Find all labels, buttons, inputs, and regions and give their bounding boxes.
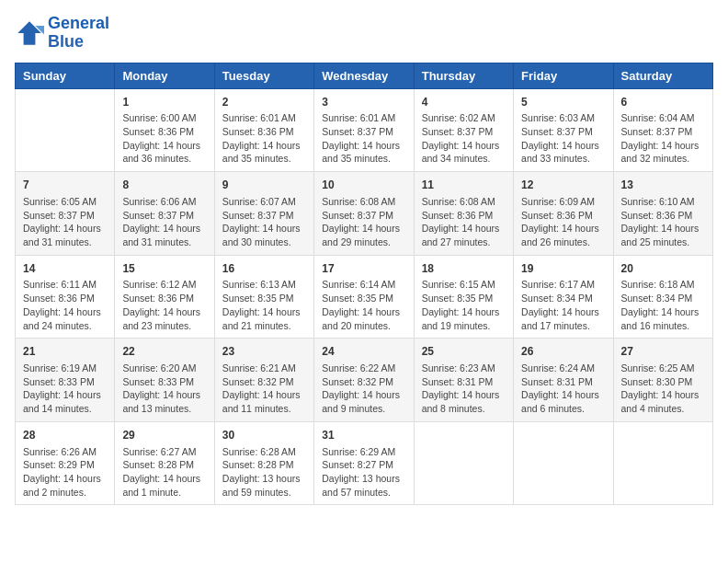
day-info-line: Sunset: 8:37 PM bbox=[222, 209, 306, 223]
day-cell: 22Sunrise: 6:20 AMSunset: 8:33 PMDayligh… bbox=[115, 339, 214, 422]
svg-marker-0 bbox=[17, 21, 41, 45]
day-cell: 1Sunrise: 6:00 AMSunset: 8:36 PMDaylight… bbox=[115, 88, 214, 172]
day-info-line: Sunset: 8:36 PM bbox=[122, 125, 206, 139]
day-info-line: Sunset: 8:36 PM bbox=[23, 292, 107, 305]
day-info-line: Sunset: 8:32 PM bbox=[222, 375, 306, 389]
day-info-line: Sunset: 8:31 PM bbox=[521, 375, 605, 389]
day-cell: 21Sunrise: 6:19 AMSunset: 8:33 PMDayligh… bbox=[16, 339, 115, 422]
day-cell: 24Sunrise: 6:22 AMSunset: 8:32 PMDayligh… bbox=[314, 339, 414, 422]
day-cell: 15Sunrise: 6:12 AMSunset: 8:36 PMDayligh… bbox=[115, 255, 214, 339]
day-info-line: Sunrise: 6:10 AM bbox=[621, 195, 705, 209]
day-info-line: Sunrise: 6:13 AM bbox=[222, 278, 306, 292]
day-info-line: Sunrise: 6:08 AM bbox=[422, 195, 506, 209]
day-info-line: and 59 minutes. bbox=[222, 486, 306, 500]
day-info-line: and 2 minutes. bbox=[23, 486, 107, 500]
day-cell: 30Sunrise: 6:28 AMSunset: 8:28 PMDayligh… bbox=[214, 421, 313, 505]
day-info-line: and 20 minutes. bbox=[322, 319, 405, 333]
header-cell-friday: Friday bbox=[514, 63, 613, 88]
day-info-line: Daylight: 14 hours bbox=[422, 388, 506, 402]
day-info-line: Sunrise: 6:22 AM bbox=[322, 362, 405, 375]
logo-text: General Blue bbox=[48, 15, 109, 52]
day-number: 6 bbox=[621, 95, 705, 110]
day-info-line: Daylight: 14 hours bbox=[222, 222, 306, 236]
day-number: 8 bbox=[122, 178, 206, 193]
header-cell-monday: Monday bbox=[115, 63, 214, 88]
day-info-line: and 30 minutes. bbox=[222, 236, 306, 249]
day-number: 20 bbox=[621, 261, 705, 277]
day-info-line: Daylight: 14 hours bbox=[23, 388, 107, 402]
day-info-line: Sunrise: 6:21 AM bbox=[222, 362, 306, 375]
day-info-line: Daylight: 14 hours bbox=[621, 388, 705, 402]
day-info-line: Daylight: 14 hours bbox=[23, 222, 107, 236]
day-number: 21 bbox=[23, 344, 107, 360]
day-info-line: Sunrise: 6:00 AM bbox=[122, 111, 206, 125]
day-info-line: Sunrise: 6:17 AM bbox=[521, 278, 605, 292]
day-info-line: and 35 minutes. bbox=[322, 152, 405, 166]
day-cell: 8Sunrise: 6:06 AMSunset: 8:37 PMDaylight… bbox=[115, 172, 214, 256]
day-info-line: and 24 minutes. bbox=[23, 319, 107, 333]
day-info-line: Daylight: 14 hours bbox=[122, 222, 206, 236]
day-number: 1 bbox=[122, 95, 206, 110]
day-info-line: Sunrise: 6:07 AM bbox=[222, 195, 306, 209]
day-info-line: Sunrise: 6:04 AM bbox=[621, 111, 705, 125]
day-number: 9 bbox=[222, 178, 306, 193]
day-info-line: Daylight: 14 hours bbox=[621, 222, 705, 236]
day-info-line: Daylight: 14 hours bbox=[23, 472, 107, 486]
day-info-line: Daylight: 13 hours bbox=[322, 472, 405, 486]
day-info-line: Sunrise: 6:02 AM bbox=[422, 111, 506, 125]
day-info-line: and 4 minutes. bbox=[621, 402, 705, 416]
day-info-line: Sunrise: 6:18 AM bbox=[621, 278, 705, 292]
day-cell: 12Sunrise: 6:09 AMSunset: 8:36 PMDayligh… bbox=[514, 172, 613, 256]
calendar-body: 1Sunrise: 6:00 AMSunset: 8:36 PMDaylight… bbox=[16, 88, 713, 505]
day-cell: 9Sunrise: 6:07 AMSunset: 8:37 PMDaylight… bbox=[214, 172, 313, 256]
day-info-line: and 34 minutes. bbox=[422, 152, 506, 166]
day-info-line: Sunset: 8:37 PM bbox=[621, 125, 705, 139]
day-info-line: Sunset: 8:35 PM bbox=[422, 292, 506, 305]
day-info-line: Sunset: 8:29 PM bbox=[23, 458, 107, 472]
header-row: SundayMondayTuesdayWednesdayThursdayFrid… bbox=[16, 63, 713, 88]
day-cell: 13Sunrise: 6:10 AMSunset: 8:36 PMDayligh… bbox=[613, 172, 712, 256]
day-info-line: and 25 minutes. bbox=[621, 236, 705, 249]
day-number: 13 bbox=[621, 178, 705, 193]
day-info-line: and 35 minutes. bbox=[222, 152, 306, 166]
day-number: 11 bbox=[422, 178, 506, 193]
day-info-line: Daylight: 14 hours bbox=[621, 139, 705, 153]
day-cell: 10Sunrise: 6:08 AMSunset: 8:37 PMDayligh… bbox=[314, 172, 414, 256]
day-info-line: Daylight: 14 hours bbox=[122, 472, 206, 486]
day-info-line: Sunset: 8:31 PM bbox=[422, 375, 506, 389]
day-number: 18 bbox=[422, 261, 506, 277]
day-cell: 23Sunrise: 6:21 AMSunset: 8:32 PMDayligh… bbox=[214, 339, 313, 422]
day-number: 29 bbox=[122, 428, 206, 443]
day-number: 22 bbox=[122, 344, 206, 360]
day-info-line: Sunrise: 6:20 AM bbox=[122, 362, 206, 375]
day-cell: 11Sunrise: 6:08 AMSunset: 8:36 PMDayligh… bbox=[414, 172, 513, 256]
day-cell: 18Sunrise: 6:15 AMSunset: 8:35 PMDayligh… bbox=[414, 255, 513, 339]
day-number: 30 bbox=[222, 428, 306, 443]
day-info-line: Sunset: 8:28 PM bbox=[122, 458, 206, 472]
day-info-line: and 31 minutes. bbox=[122, 236, 206, 249]
day-cell: 28Sunrise: 6:26 AMSunset: 8:29 PMDayligh… bbox=[16, 421, 115, 505]
day-number: 15 bbox=[122, 261, 206, 277]
day-info-line: and 36 minutes. bbox=[122, 152, 206, 166]
day-info-line: Sunrise: 6:08 AM bbox=[322, 195, 405, 209]
day-info-line: Daylight: 14 hours bbox=[23, 305, 107, 319]
day-info-line: Daylight: 14 hours bbox=[621, 305, 705, 319]
day-info-line: Sunset: 8:37 PM bbox=[322, 125, 405, 139]
calendar-header: SundayMondayTuesdayWednesdayThursdayFrid… bbox=[16, 63, 713, 88]
day-cell: 31Sunrise: 6:29 AMSunset: 8:27 PMDayligh… bbox=[314, 421, 414, 505]
day-info-line: Sunset: 8:36 PM bbox=[222, 125, 306, 139]
day-info-line: Sunrise: 6:24 AM bbox=[521, 362, 605, 375]
day-info-line: and 8 minutes. bbox=[422, 402, 506, 416]
day-info-line: and 32 minutes. bbox=[621, 152, 705, 166]
day-info-line: Sunset: 8:33 PM bbox=[122, 375, 206, 389]
day-number: 17 bbox=[322, 261, 405, 277]
calendar-table: SundayMondayTuesdayWednesdayThursdayFrid… bbox=[15, 63, 713, 506]
day-info-line: Daylight: 14 hours bbox=[322, 222, 405, 236]
day-number: 12 bbox=[521, 178, 605, 193]
day-info-line: Daylight: 14 hours bbox=[422, 139, 506, 153]
day-info-line: and 27 minutes. bbox=[422, 236, 506, 249]
day-number: 10 bbox=[322, 178, 405, 193]
day-info-line: and 31 minutes. bbox=[23, 236, 107, 249]
day-cell: 7Sunrise: 6:05 AMSunset: 8:37 PMDaylight… bbox=[16, 172, 115, 256]
week-row-3: 14Sunrise: 6:11 AMSunset: 8:36 PMDayligh… bbox=[16, 255, 713, 339]
